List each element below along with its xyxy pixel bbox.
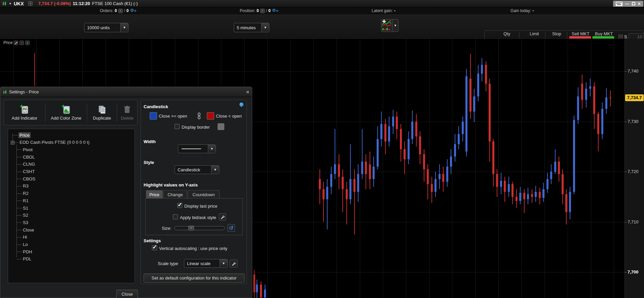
tree-item[interactable]: CBOS [22, 175, 36, 182]
candle-body [264, 290, 266, 297]
timeframe-select[interactable]: 5 minutes ▼ [234, 23, 269, 32]
tree-item[interactable]: CBOL [22, 154, 36, 160]
candle-body [357, 174, 359, 191]
help-bubble-icon[interactable] [239, 102, 244, 108]
size-slider[interactable]: ≡ [174, 226, 225, 230]
tree-item[interactable]: PDL [22, 256, 32, 262]
candle-body [577, 96, 579, 120]
orders-cancel-icon[interactable]: × [118, 9, 123, 13]
add-color-zone-icon [62, 105, 71, 114]
chart-type-button[interactable]: ▼ [381, 19, 399, 32]
indicator-add-icon[interactable]: ▪ [20, 41, 24, 45]
tree-item[interactable]: Pivot [22, 146, 34, 153]
duplicate-button[interactable]: Duplicate [87, 100, 117, 125]
width-dropdown-icon[interactable]: ▼ [208, 145, 216, 153]
tree-connector [16, 208, 22, 208]
tree-connector [16, 201, 22, 201]
maximize-icon[interactable] [632, 2, 635, 5]
vertical-autoscaling-checkbox[interactable] [152, 245, 157, 250]
grid-vline [360, 39, 360, 298]
border-color-swatch[interactable] [218, 123, 224, 130]
dialog-close-icon[interactable]: × [246, 89, 249, 95]
candle-body [323, 189, 325, 199]
tree-item[interactable]: CLNG [22, 161, 36, 168]
add-color-zone-button[interactable]: Add Color Zone [45, 100, 87, 125]
dialog-titlebar[interactable]: Settings - Price × [0, 87, 252, 97]
duplicate-label: Duplicate [93, 116, 111, 121]
price-axis[interactable]: 7,7407,7307,7207,7107,7007,734.7 [624, 39, 644, 298]
link-colors-icon[interactable] [197, 113, 201, 120]
grid-vline [452, 39, 452, 298]
indicator-settings-icon[interactable] [14, 41, 18, 45]
style-select[interactable]: Candlestick ▼ [175, 165, 219, 174]
close-lt-open-swatch[interactable] [207, 112, 214, 120]
minimize-icon[interactable]: — [625, 1, 629, 6]
info-icon[interactable]: i [28, 1, 33, 6]
position-settings-icon[interactable]: ⚙⚙ [272, 8, 278, 13]
dialog-close-button[interactable]: Close [116, 290, 138, 298]
position-close-icon[interactable]: × [260, 9, 265, 13]
tree-item[interactable]: R1 [22, 197, 30, 204]
tree-item[interactable]: PDH [22, 248, 33, 255]
width-select[interactable]: ▼ [178, 144, 216, 153]
size-reset-button[interactable]: ↺ [227, 224, 235, 232]
tab-countdown[interactable]: Countdown [188, 190, 220, 199]
tree-connector [16, 157, 22, 157]
units-select[interactable]: 10000 units ▼ [84, 23, 128, 32]
tree-expander-icon[interactable]: − [11, 141, 14, 144]
tree-item[interactable]: Lo [22, 241, 29, 248]
tree-item[interactable]: R3 [22, 183, 30, 189]
units-dropdown-icon[interactable]: ▼ [120, 23, 128, 32]
candle-body [377, 139, 379, 167]
close-window-icon[interactable]: × [638, 1, 641, 6]
tree-item-label: Price [18, 132, 31, 138]
scale-type-dropdown-icon[interactable]: ▼ [220, 259, 227, 267]
delete-button[interactable]: Delete [117, 100, 137, 125]
grid-vline [337, 39, 337, 298]
display-last-price-checkbox[interactable] [177, 203, 182, 208]
window-controls: — × [613, 1, 643, 7]
candle-body [481, 65, 483, 74]
chart-type-dropdown-icon[interactable]: ▼ [392, 19, 398, 32]
candle-body [535, 192, 537, 197]
grid-vline [290, 39, 291, 298]
tree-item[interactable]: CSHT [22, 168, 36, 175]
tree-item[interactable]: S1 [22, 205, 29, 211]
keyboard-icon[interactable] [616, 2, 622, 6]
orders-separator: / [124, 8, 125, 13]
size-slider-thumb[interactable]: ≡ [188, 226, 194, 230]
style-dropdown-icon[interactable]: ▼ [211, 166, 219, 174]
axis-tick [625, 272, 627, 272]
tree-connector [16, 230, 22, 230]
timeframe-dropdown-icon[interactable]: ▼ [261, 23, 269, 32]
candle-body [469, 79, 471, 111]
tree-item[interactable]: Price [18, 132, 31, 138]
tree-item[interactable]: R2 [22, 190, 30, 197]
candle-body [380, 124, 382, 139]
tree-item[interactable]: S3 [22, 219, 29, 226]
orders-settings-icon[interactable]: ⚙⚙ [130, 8, 137, 13]
stop-checkbox[interactable] [618, 35, 623, 39]
tab-price[interactable]: Price [146, 190, 163, 199]
display-border-checkbox[interactable] [175, 124, 180, 129]
tree-item[interactable]: Close [22, 226, 35, 233]
bid-ask-style-button[interactable] [219, 213, 226, 220]
set-default-button[interactable]: Set as default configuration for this in… [144, 273, 244, 283]
scale-type-select[interactable]: Linear scale ▼ [184, 259, 228, 268]
units-value: 10000 units [84, 25, 112, 30]
tab-change[interactable]: Change [163, 190, 187, 199]
tree-item[interactable]: S2 [22, 212, 29, 219]
symbol-dropdown-icon[interactable]: ▼ [9, 2, 12, 5]
candle-body [353, 179, 355, 191]
tree-item[interactable]: Hi [22, 234, 28, 241]
candle-body [326, 187, 328, 199]
candle-body [408, 139, 410, 159]
close-ge-open-swatch[interactable] [150, 112, 157, 120]
tree-item[interactable]: EOD Cash Pivots FTSE (0 0 0 0 0 t) [18, 139, 90, 146]
tree-item-label: R2 [22, 190, 30, 196]
add-indicator-button[interactable]: Add Indicator [4, 100, 45, 125]
candle-body [423, 154, 425, 169]
indicator-expand-icon[interactable]: + [25, 41, 30, 45]
scale-settings-button[interactable] [230, 260, 237, 267]
apply-bid-ask-checkbox[interactable] [173, 214, 178, 219]
